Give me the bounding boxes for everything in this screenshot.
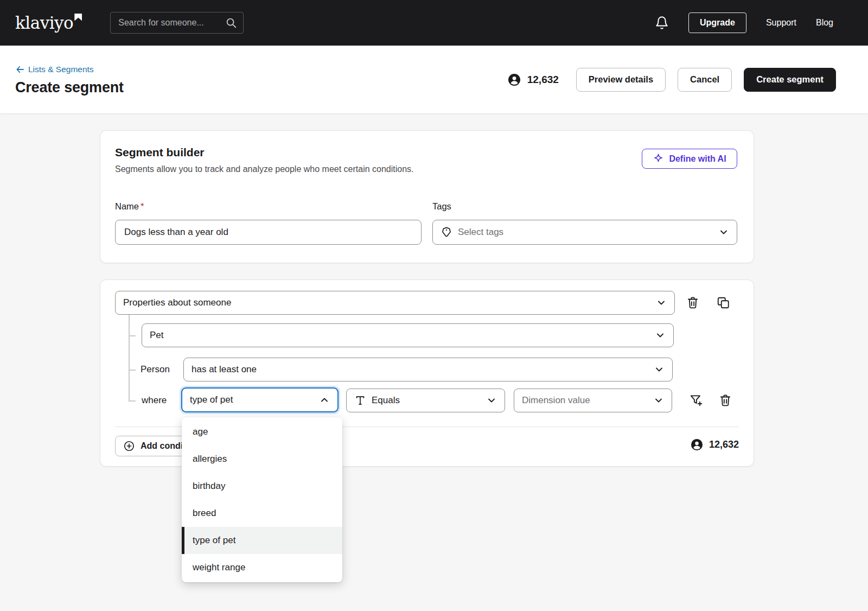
condition-profile-count-value: 12,632 <box>709 439 739 450</box>
chevron-down-icon <box>718 227 729 238</box>
create-segment-button[interactable]: Create segment <box>744 68 836 92</box>
chevron-down-icon <box>656 297 667 308</box>
card-subtitle: Segments allow you to track and analyze … <box>115 164 414 174</box>
segment-builder-card: Segment builder Segments allow you to tr… <box>100 130 754 263</box>
upgrade-button[interactable]: Upgrade <box>688 12 746 33</box>
segment-name-input[interactable] <box>115 220 422 245</box>
add-filter-icon[interactable] <box>688 393 704 408</box>
nav-link-support[interactable]: Support <box>766 18 796 28</box>
person-label: Person <box>141 364 170 375</box>
top-navbar: klaviyo Upgrade Support Blog <box>0 0 868 46</box>
profile-count: 12,632 <box>508 73 559 86</box>
search-icon[interactable] <box>225 17 237 29</box>
bell-icon[interactable] <box>655 16 669 30</box>
dimension-value-placeholder: Dimension value <box>522 395 648 406</box>
dimension-select[interactable]: Pet <box>142 323 674 347</box>
delete-condition-icon[interactable] <box>685 295 700 310</box>
condition-card: Properties about someone Pet Person has … <box>100 279 754 467</box>
delete-filter-icon[interactable] <box>718 393 733 408</box>
dropdown-item-birthday[interactable]: birthday <box>182 473 342 500</box>
dropdown-item-age[interactable]: age <box>182 418 342 445</box>
klaviyo-flag-icon <box>74 14 82 21</box>
dropdown-item-allergies[interactable]: allergies <box>182 445 342 473</box>
tree-vertical-line <box>129 315 130 400</box>
cancel-button[interactable]: Cancel <box>678 68 732 92</box>
property-category-select[interactable]: Properties about someone <box>115 291 675 315</box>
sparkle-icon <box>653 153 664 164</box>
field-select-value: type of pet <box>190 394 314 405</box>
breadcrumb[interactable]: Lists & Segments <box>15 65 124 74</box>
page-header: Lists & Segments Create segment 12,632 P… <box>0 46 868 114</box>
tag-icon <box>441 226 452 238</box>
tree-stub-1 <box>129 335 136 336</box>
chevron-down-icon <box>655 330 666 341</box>
nav-link-blog[interactable]: Blog <box>816 18 833 28</box>
required-asterisk: * <box>141 201 144 211</box>
tags-placeholder: Select tags <box>458 227 713 238</box>
duplicate-condition-icon[interactable] <box>716 295 731 310</box>
tags-label: Tags <box>432 201 451 212</box>
define-with-ai-label: Define with AI <box>669 154 726 164</box>
operator-select[interactable]: Equals <box>346 389 505 412</box>
nav-search <box>110 12 244 34</box>
logo-wordmark: klaviyo <box>15 15 73 31</box>
chevron-down-icon <box>653 395 664 406</box>
property-category-value: Properties about someone <box>123 297 650 308</box>
field-dropdown: ageallergiesbirthdaybreedtype of petweig… <box>182 417 342 582</box>
tags-select[interactable]: Select tags <box>432 220 737 245</box>
condition-profile-count: 12,632 <box>691 438 739 451</box>
dropdown-item-breed[interactable]: breed <box>182 500 342 527</box>
dropdown-item-type-of-pet[interactable]: type of pet <box>182 527 342 554</box>
where-label: where <box>142 395 167 406</box>
page-title: Create segment <box>15 79 124 96</box>
profile-icon <box>508 73 521 86</box>
dimension-value-select[interactable]: Dimension value <box>514 389 672 412</box>
text-type-icon <box>354 394 366 406</box>
breadcrumb-label: Lists & Segments <box>28 65 94 74</box>
operator-value: Equals <box>372 395 481 406</box>
field-select[interactable]: type of pet <box>181 387 339 412</box>
dimension-value: Pet <box>150 330 649 341</box>
klaviyo-logo[interactable]: klaviyo <box>15 15 82 31</box>
name-label: Name* <box>115 201 144 212</box>
card-title: Segment builder <box>115 146 205 159</box>
profile-count-value: 12,632 <box>527 74 559 86</box>
arrow-left-icon <box>15 65 25 74</box>
chevron-down-icon <box>654 364 665 375</box>
tree-stub-3 <box>129 400 136 402</box>
tree-stub-2 <box>129 370 136 371</box>
search-input[interactable] <box>110 12 244 34</box>
preview-details-button[interactable]: Preview details <box>576 68 666 92</box>
field-dropdown-list: ageallergiesbirthdaybreedtype of petweig… <box>182 418 342 581</box>
chevron-up-icon <box>319 394 330 405</box>
quantifier-select[interactable]: has at least one <box>183 358 673 381</box>
define-with-ai-button[interactable]: Define with AI <box>642 149 737 169</box>
quantifier-value: has at least one <box>192 364 648 375</box>
chevron-down-icon <box>486 395 497 406</box>
circle-plus-icon <box>123 440 135 452</box>
dropdown-item-weight-range[interactable]: weight range <box>182 554 342 581</box>
profile-icon <box>691 438 703 451</box>
